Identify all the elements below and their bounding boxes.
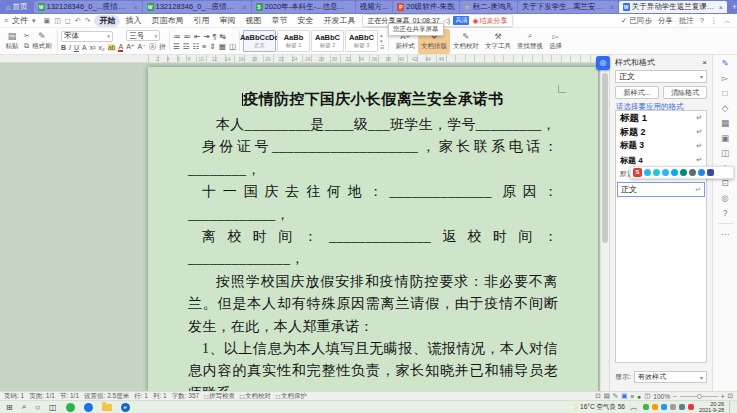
doc-paragraph[interactable]: 1、以上信息为本人填写且无瞒报、谎报情况，本人对信息内容的真实性和完整性负责，家… [188, 338, 558, 391]
fullscreen-view-icon[interactable]: ⊡ [595, 392, 600, 400]
show-filter-select[interactable]: 有效样式 ▾ [634, 371, 707, 383]
print-icon[interactable]: ◫ [54, 17, 61, 25]
tab-home[interactable]: 开始 [94, 15, 120, 27]
file-explorer-icon[interactable] [102, 404, 112, 411]
format-painter-button[interactable]: ✎ 格式刷 [30, 29, 54, 54]
panel-close-icon[interactable]: × [702, 58, 707, 67]
meeting-floating-toolbar[interactable]: S [630, 166, 734, 179]
border-icon[interactable]: ◫ [229, 42, 236, 51]
align-left-icon[interactable]: ☰ [173, 42, 180, 51]
weather-widget[interactable]: ☽ 16°C 空气良 56 [571, 403, 625, 412]
subscript-icon[interactable]: x₂ [98, 44, 104, 51]
tab-page-layout[interactable]: 页面布局 [146, 15, 188, 27]
align-center-icon[interactable]: ☲ [183, 42, 190, 51]
text-tools-button[interactable]: ⚒ 文字工具 [482, 29, 514, 54]
justify-icon[interactable]: ≡ [202, 42, 206, 51]
web-view-icon[interactable]: ◫ [644, 392, 650, 400]
fill-pane-icon[interactable]: ◇ [722, 103, 729, 113]
show-desktop-button[interactable] [729, 401, 733, 413]
undo-icon[interactable]: ↶ [75, 17, 81, 25]
properties-pane-icon[interactable]: ✎ [721, 58, 728, 68]
meeting-app-icon[interactable] [84, 403, 93, 412]
help-icon[interactable]: ? [700, 16, 704, 25]
collapse-ribbon-icon[interactable]: ︿ [724, 16, 732, 26]
input-method-tray-icon[interactable] [679, 404, 685, 410]
home-tab[interactable]: ⌂ 首页 [0, 0, 34, 14]
align-right-icon[interactable]: ☷ [192, 42, 199, 51]
save-icon[interactable]: ▣ [44, 17, 51, 25]
tab-insert[interactable]: 插入 [120, 15, 146, 27]
style-item-heading2[interactable]: 标题 2 ↵ [616, 125, 706, 139]
zoom-knob[interactable] [697, 394, 702, 399]
meeting-members-icon[interactable] [689, 169, 696, 176]
document-tab[interactable]: 视频方... [356, 1, 393, 13]
strike-icon[interactable]: A [82, 44, 87, 51]
fit-page-icon[interactable]: ⊡ [728, 392, 733, 400]
tray-expand-icon[interactable]: ︿ [630, 402, 638, 413]
meeting-mic-icon[interactable] [671, 169, 678, 176]
shading-icon[interactable]: ▦ [219, 42, 226, 51]
italic-icon[interactable]: I [69, 44, 71, 51]
tab-view[interactable]: 视图 [240, 15, 266, 27]
tab-review[interactable]: 审阅 [214, 15, 240, 27]
chat-tray-icon[interactable] [661, 404, 667, 410]
document-page[interactable]: 疫情防控下国庆小长假离兰安全承诺书 本人_________是____级___班学… [148, 67, 598, 391]
gallery-more-icon[interactable]: ☰ [380, 44, 384, 50]
select-pane-icon[interactable]: ▻ [722, 73, 729, 83]
edge-app-icon[interactable]: e [121, 403, 130, 412]
vertical-scrollbar[interactable] [600, 55, 609, 391]
write-mode-icon[interactable]: ✎ [613, 392, 618, 400]
clear-format-icon[interactable]: Ⓐ [149, 42, 156, 52]
layout-pane-icon[interactable]: ⊡ [721, 178, 728, 188]
document-tab[interactable]: W 132128346_0_...疫情记录_269_269 × [143, 1, 251, 13]
close-tab-icon[interactable]: × [133, 4, 137, 11]
meeting-share-icon[interactable] [662, 169, 669, 176]
zoom-out-icon[interactable]: − [673, 393, 677, 400]
meeting-chat-icon[interactable] [698, 169, 705, 176]
cortana-icon[interactable]: ○ [35, 403, 40, 412]
document-text[interactable]: 疫情防控下国庆小长假离兰安全承诺书 本人_________是____级___班学… [188, 89, 558, 391]
doc-proofread-button[interactable]: ✎ 文档校对 [450, 29, 482, 54]
document-tab[interactable]: 关于下发学生...离兰安全承诺书 × [518, 1, 618, 13]
tab-section[interactable]: 章节 [266, 15, 292, 27]
style-heading2[interactable]: AaBbC 标题 2 [311, 30, 344, 52]
task-view-icon[interactable]: ◫ [49, 403, 57, 412]
more-menu-icon[interactable]: ⋮ [710, 16, 718, 25]
hd-badge[interactable]: 高清 [453, 16, 469, 25]
horizontal-ruler[interactable]: 2 4 6 8 10 12 14 16 18 20 22 24 26 28 30… [0, 55, 609, 63]
font-size-select[interactable]: 三号 ▾ [126, 30, 160, 41]
read-view-icon[interactable]: ▤ [604, 392, 610, 400]
tab-security[interactable]: 安全 [292, 15, 318, 27]
sync-status[interactable]: ✓ 已同步 [621, 16, 652, 26]
end-share-button[interactable]: ◉ 结束分享 [472, 16, 507, 26]
browser-app-icon[interactable] [66, 403, 75, 412]
tab-references[interactable]: 引用 [188, 15, 214, 27]
phonetic-guide-icon[interactable]: 拼 [159, 42, 166, 52]
doc-paragraph[interactable]: 本人_________是____级___班学生，学号_________， [188, 114, 558, 136]
zoom-level[interactable]: 100% [653, 393, 670, 400]
new-style-panel-button[interactable]: 新样式... [615, 86, 659, 99]
locate-button[interactable]: ◎ [596, 56, 610, 70]
eye-protection-icon[interactable]: ● [637, 393, 641, 400]
outdent-icon[interactable]: ⇤ [194, 32, 200, 41]
file-menu[interactable]: 文件 [12, 15, 28, 26]
style-item-heading4[interactable]: 标题 4 ↵ [616, 153, 706, 167]
close-tab-icon[interactable]: × [610, 4, 614, 11]
tab-dev-tools[interactable]: 开发工具 [318, 15, 360, 27]
close-tab-icon[interactable]: × [719, 4, 723, 11]
speaker-icon[interactable]: ◁) [443, 17, 451, 25]
number-list-icon[interactable]: ≕ [183, 32, 191, 41]
show-marks-icon[interactable]: ¶ [213, 32, 217, 41]
image-pane-icon[interactable]: ▣ [721, 133, 729, 143]
bullet-list-icon[interactable]: ≔ [173, 32, 181, 41]
doc-paragraph[interactable]: 十一国庆去往何地：______________ 原因：____________， [188, 181, 558, 226]
search-icon[interactable]: ⌕ [22, 402, 26, 412]
document-title[interactable]: 疫情防控下国庆小长假离兰安全承诺书 [188, 89, 558, 109]
info-pane-icon[interactable]: ◎ [721, 193, 728, 203]
shape-pane-icon[interactable]: □ [722, 88, 727, 98]
active-document-tab[interactable]: W 关于异动学生返兰复课的说明.doc × [619, 1, 727, 13]
doc-paragraph[interactable]: 离校时间：______________返校时间：______________， [188, 226, 558, 271]
security-tray-icon[interactable] [688, 404, 694, 410]
style-item-heading3[interactable]: 标题 3 ↵ [616, 139, 706, 153]
style-heading3[interactable]: AaBbC 标题 3 [345, 30, 378, 52]
